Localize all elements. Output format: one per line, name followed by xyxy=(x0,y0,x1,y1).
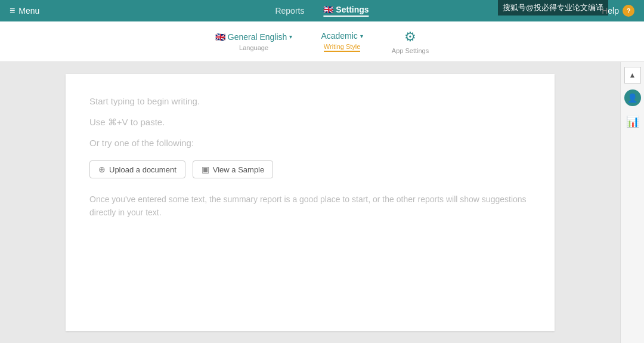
editor-paper[interactable]: Start typing to begin writing. Use ⌘+V t… xyxy=(66,74,555,331)
editor-wrapper: Start typing to begin writing. Use ⌘+V t… xyxy=(0,62,620,343)
document-icon: ▣ xyxy=(202,165,209,174)
upload-document-button[interactable]: ⊕ Upload a document xyxy=(89,160,185,178)
language-top: 🇬🇧 General English ▾ xyxy=(215,32,293,42)
help-badge: ? xyxy=(623,5,634,17)
language-chevron-icon: ▾ xyxy=(289,33,292,40)
placeholder-line1: Start typing to begin writing. xyxy=(89,93,531,109)
chart-icon: 📊 xyxy=(626,115,639,128)
writing-style-chevron-icon: ▾ xyxy=(360,33,363,39)
menu-icon: ≡ xyxy=(10,5,15,16)
reports-nav-link[interactable]: Reports xyxy=(275,6,304,16)
settings-toolbar: 🇬🇧 General English ▾ Language Academic ▾… xyxy=(0,21,644,62)
scroll-up-icon: ▲ xyxy=(629,71,636,79)
top-navigation: ≡ Menu Reports 🇬🇧 Settings Help ? 搜狐号@投必… xyxy=(0,0,644,21)
writing-style-label: Academic xyxy=(321,31,357,41)
writing-style-top: Academic ▾ xyxy=(321,31,363,41)
gear-icon: ⚙ xyxy=(404,29,416,45)
flag-icon: 🇬🇧 xyxy=(215,32,225,42)
app-settings-setting[interactable]: ⚙ App Settings xyxy=(392,29,429,54)
nav-center: Reports 🇬🇧 Settings xyxy=(275,5,369,17)
writing-style-setting[interactable]: Academic ▾ Writing Style xyxy=(321,31,363,52)
settings-flag: 🇬🇧 xyxy=(323,5,333,14)
app-settings-top: ⚙ xyxy=(404,29,416,45)
help-nav-button[interactable]: Help ? xyxy=(602,5,634,17)
right-sidebar: ▲ 👤 📊 xyxy=(620,62,644,343)
app-settings-label: App Settings xyxy=(392,47,429,54)
help-label: Help xyxy=(602,6,619,16)
language-sublabel: Language xyxy=(239,44,268,51)
placeholder-line3: Or try one of the following: xyxy=(89,135,531,151)
watermark: 搜狐号@投必得专业论文编译 xyxy=(498,0,608,16)
settings-nav-link[interactable]: 🇬🇧 Settings xyxy=(323,5,369,17)
scroll-up-button[interactable]: ▲ xyxy=(624,67,641,84)
writing-style-sublabel: Writing Style xyxy=(324,43,361,52)
content-area: Start typing to begin writing. Use ⌘+V t… xyxy=(0,62,644,343)
user-profile-button[interactable]: 👤 xyxy=(623,88,642,107)
editor-action-buttons: ⊕ Upload a document ▣ View a Sample xyxy=(89,160,531,178)
avatar-icon: 👤 xyxy=(624,89,641,106)
person-glyph: 👤 xyxy=(627,93,637,103)
reports-chart-button[interactable]: 📊 xyxy=(623,112,642,131)
sample-label: View a Sample xyxy=(213,165,264,174)
editor-hint-text: Once you've entered some text, the summa… xyxy=(89,193,531,220)
upload-icon: ⊕ xyxy=(98,165,106,174)
view-sample-button[interactable]: ▣ View a Sample xyxy=(193,160,273,178)
upload-label: Upload a document xyxy=(109,165,177,174)
language-setting[interactable]: 🇬🇧 General English ▾ Language xyxy=(215,32,293,51)
menu-button[interactable]: ≡ Menu xyxy=(10,5,39,16)
language-label: General English xyxy=(228,32,287,42)
placeholder-line2: Use ⌘+V to paste. xyxy=(89,114,531,130)
menu-label: Menu xyxy=(18,6,39,16)
